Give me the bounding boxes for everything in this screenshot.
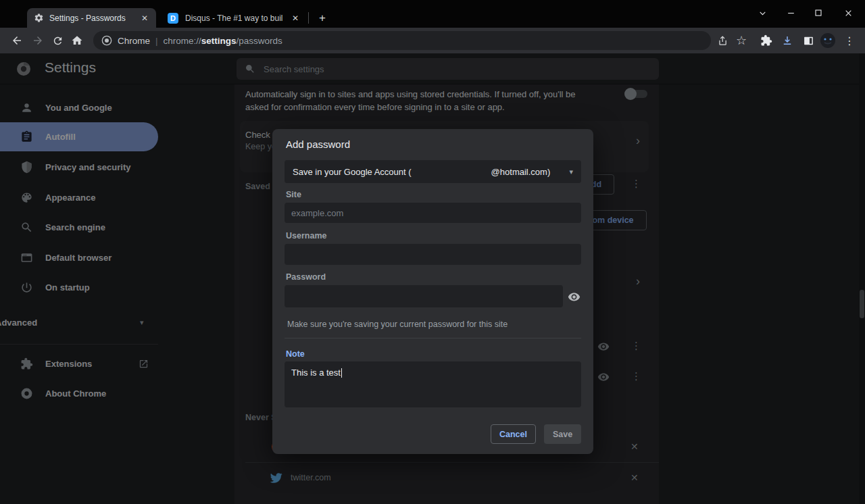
extensions-puzzle-icon[interactable] [758, 32, 774, 49]
bookmark-star-icon[interactable]: ☆ [733, 32, 749, 49]
url-text: chrome://settings/passwords [164, 36, 282, 46]
profile-avatar[interactable] [820, 32, 836, 49]
tab-settings[interactable]: Settings - Passwords ✕ [27, 8, 156, 28]
dialog-title: Add password [286, 138, 350, 150]
browser-menu-kebab-icon[interactable]: ⋮ [841, 32, 858, 49]
account-select-suffix: @hotmail.com) [491, 167, 551, 177]
download-icon[interactable] [779, 32, 795, 49]
reload-icon[interactable] [49, 32, 66, 49]
add-password-dialog: Add password Save in your Google Account… [272, 129, 593, 454]
share-icon[interactable] [714, 32, 730, 49]
note-label: Note [286, 349, 305, 359]
tab-disqus[interactable]: D Disqus - The #1 way to build an a ✕ [159, 8, 307, 28]
window-menu-chevron-icon[interactable] [755, 5, 770, 20]
site-input[interactable] [285, 203, 581, 223]
disqus-favicon-icon: D [168, 13, 178, 24]
settings-page: Settings Search settings You and Google … [0, 53, 865, 504]
window-close-button[interactable] [841, 5, 856, 20]
save-button[interactable]: Save [544, 424, 581, 444]
username-input[interactable] [285, 244, 581, 265]
browser-toolbar: Chrome | chrome://settings/passwords ☆ ⋮ [0, 28, 865, 53]
home-icon[interactable] [69, 32, 85, 49]
minimize-button[interactable] [783, 5, 798, 20]
cancel-button[interactable]: Cancel [491, 424, 536, 444]
side-panel-icon[interactable] [800, 32, 816, 49]
account-select-prefix: Save in your Google Account ( [293, 167, 412, 177]
window-titlebar: Settings - Passwords ✕ D Disqus - The #1… [0, 0, 865, 28]
maximize-button[interactable] [811, 5, 826, 20]
password-input[interactable] [285, 285, 563, 307]
site-label: Site [286, 190, 301, 199]
back-icon[interactable] [9, 32, 25, 49]
tab-close-icon[interactable]: ✕ [139, 14, 151, 23]
browser-window: Settings - Passwords ✕ D Disqus - The #1… [0, 0, 865, 504]
tab-title: Settings - Passwords [49, 14, 133, 23]
text-cursor [341, 368, 342, 378]
show-password-eye-icon[interactable] [568, 291, 580, 303]
gear-favicon-icon [34, 13, 44, 23]
note-text: This is a test [291, 368, 341, 378]
select-caret-down-icon: ▾ [569, 168, 573, 176]
account-select[interactable]: Save in your Google Account ( @hotmail.c… [285, 160, 581, 183]
address-bar[interactable]: Chrome | chrome://settings/passwords [93, 31, 711, 50]
chrome-logo-icon [101, 35, 112, 46]
tab-close-icon[interactable]: ✕ [289, 14, 301, 23]
username-label: Username [286, 231, 326, 241]
forward-icon[interactable] [30, 32, 46, 49]
dialog-divider [285, 338, 581, 338]
new-tab-button[interactable]: + [315, 11, 330, 26]
url-app-name: Chrome [118, 36, 150, 46]
tab-title: Disqus - The #1 way to build an a [185, 14, 282, 23]
url-divider: | [155, 36, 158, 46]
password-helper-text: Make sure you're saving your current pas… [287, 320, 508, 329]
tab-separator [308, 12, 309, 24]
note-textarea[interactable]: This is a test [285, 361, 581, 407]
password-label: Password [286, 272, 326, 282]
